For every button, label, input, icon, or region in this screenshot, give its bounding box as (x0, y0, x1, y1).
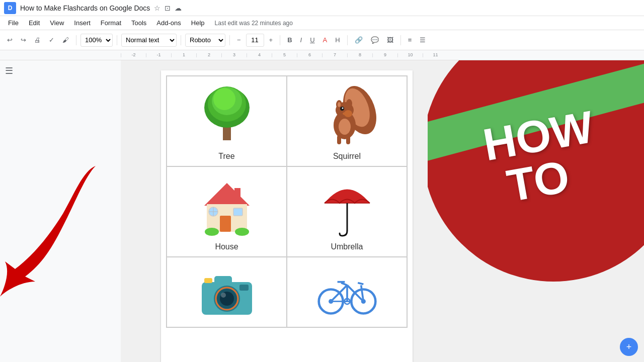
svg-point-28 (235, 228, 249, 236)
font-select[interactable]: Roboto Arial Times New Roman (185, 34, 225, 47)
menu-tools[interactable]: Tools (127, 18, 150, 28)
align-left-button[interactable]: ≡ (405, 33, 415, 47)
separator-3 (181, 35, 181, 45)
left-panel: ☰ (0, 60, 121, 362)
bicycle-icon (317, 267, 377, 317)
svg-rect-39 (239, 285, 249, 291)
doc-title: How to Make Flashcards on Google Docs (20, 4, 150, 12)
ruler-mark: 6 (297, 53, 322, 57)
font-decrease-button[interactable]: − (234, 33, 244, 47)
comment-button[interactable]: 💬 (368, 33, 382, 47)
svg-rect-26 (233, 208, 243, 216)
paint-format-button[interactable]: 🖌 (59, 33, 72, 47)
tree-label: Tree (218, 152, 234, 161)
flashcard-squirrel: Squirrel (287, 76, 407, 166)
house-icon (199, 175, 255, 236)
print-button[interactable]: 🖨 (31, 33, 44, 47)
floating-action-button[interactable]: + (620, 338, 638, 356)
flashcard-house: House (167, 166, 287, 257)
docs-icon: D (4, 2, 16, 14)
link-button[interactable]: 🔗 (352, 33, 366, 47)
svg-point-13 (342, 108, 343, 109)
separator-6 (347, 35, 348, 45)
menu-file[interactable]: File (4, 18, 23, 28)
undo-button[interactable]: ↩ (4, 33, 16, 47)
house-label: House (215, 242, 238, 251)
flashcard-umbrella: Umbrella (287, 166, 407, 257)
doc-area: Tree (121, 60, 644, 362)
toolbar: ↩ ↪ 🖨 ✓ 🖌 100% 75% 50% Normal text Headi… (0, 30, 644, 50)
ruler-mark: 5 (272, 53, 297, 57)
document-page: Tree (161, 70, 413, 362)
ruler-mark: 10 (397, 53, 423, 57)
tree-icon (197, 85, 257, 145)
flashcard-bike-image (292, 262, 401, 322)
zoom-select[interactable]: 100% 75% 50% (80, 34, 113, 47)
title-bar: D How to Make Flashcards on Google Docs … (0, 0, 644, 16)
separator-7 (400, 35, 401, 45)
ruler-mark: 7 (322, 53, 347, 57)
star-icon[interactable]: ☆ (154, 4, 160, 12)
svg-point-18 (339, 119, 351, 135)
style-select[interactable]: Normal text Heading 1 Heading 2 (121, 34, 177, 47)
ruler: -2 -1 1 2 3 4 5 6 7 8 9 10 11 (0, 50, 644, 60)
svg-point-27 (205, 228, 219, 236)
flashcard-squirrel-image (292, 81, 401, 149)
umbrella-icon (319, 173, 375, 238)
ruler-mark: -1 (146, 53, 171, 57)
highlight-button[interactable]: H (332, 33, 343, 47)
svg-rect-16 (337, 135, 341, 144)
svg-rect-22 (220, 216, 231, 232)
folder-icon[interactable]: ⊡ (165, 4, 171, 12)
separator-2 (117, 35, 117, 45)
spellcheck-button[interactable]: ✓ (46, 33, 57, 47)
svg-marker-19 (204, 183, 250, 206)
bold-button[interactable]: B (284, 33, 295, 47)
svg-point-4 (213, 88, 235, 110)
redo-button[interactable]: ↪ (18, 33, 29, 47)
menu-insert[interactable]: Insert (70, 18, 95, 28)
camera-icon (199, 267, 255, 317)
ruler-mark: -2 (121, 53, 146, 57)
svg-point-11 (346, 99, 352, 108)
ruler-marks: -2 -1 1 2 3 4 5 6 7 8 9 10 11 (121, 53, 448, 57)
menu-view[interactable]: View (46, 18, 68, 28)
separator-4 (229, 35, 230, 45)
align-justify-button[interactable]: ☰ (417, 33, 429, 47)
squirrel-icon (317, 82, 377, 148)
italic-button[interactable]: I (297, 33, 305, 47)
flashcard-tree: Tree (167, 76, 287, 166)
flashcard-bike (287, 257, 407, 327)
umbrella-label: Umbrella (331, 242, 363, 251)
font-increase-button[interactable]: + (266, 33, 276, 47)
ruler-mark: 11 (423, 53, 448, 57)
last-edit-status: Last edit was 22 minutes ago (215, 20, 293, 27)
flashcard-house-image (172, 172, 281, 239)
ruler-mark: 3 (221, 53, 247, 57)
separator-5 (280, 35, 280, 45)
ruler-mark: 8 (347, 53, 372, 57)
flashcard-tree-image (172, 81, 281, 149)
ruler-mark: 2 (196, 53, 221, 57)
text-color-button[interactable]: A (320, 33, 331, 47)
svg-point-10 (338, 102, 341, 107)
svg-rect-20 (234, 188, 240, 198)
outline-icon[interactable]: ☰ (5, 65, 13, 76)
cloud-icon[interactable]: ☁ (175, 4, 182, 12)
menu-format[interactable]: Format (97, 18, 125, 28)
main-area: ☰ (0, 60, 644, 362)
menu-edit[interactable]: Edit (25, 18, 44, 28)
flashcard-grid: Tree (166, 75, 408, 328)
squirrel-label: Squirrel (333, 152, 361, 161)
svg-point-15 (344, 110, 352, 117)
menu-addons[interactable]: Add-ons (152, 18, 185, 28)
font-size-input[interactable] (246, 34, 264, 47)
menu-bar: File Edit View Insert Format Tools Add-o… (0, 16, 644, 30)
red-arrow-graphic (0, 161, 136, 297)
ruler-mark: 1 (171, 53, 196, 57)
flashcard-camera-image (172, 262, 281, 322)
svg-rect-17 (346, 135, 350, 144)
image-button[interactable]: 🖼 (384, 33, 396, 47)
menu-help[interactable]: Help (187, 18, 209, 28)
underline-button[interactable]: U (307, 33, 317, 47)
